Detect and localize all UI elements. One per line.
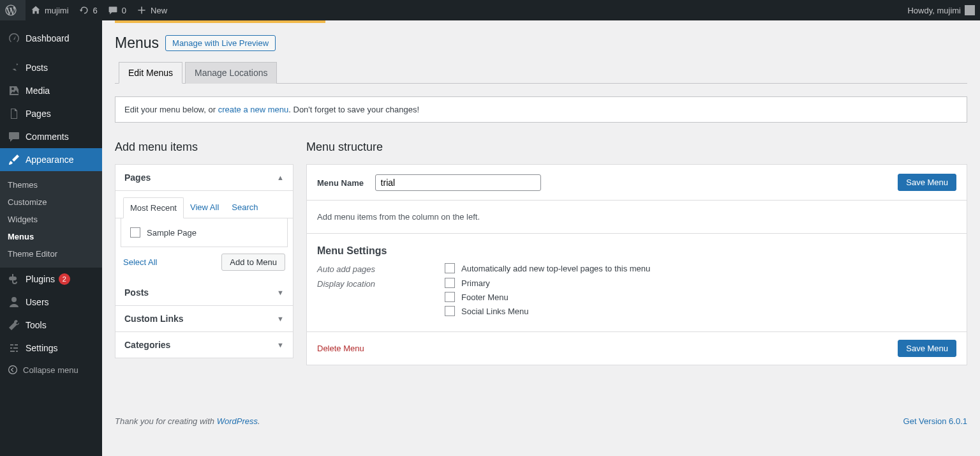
sidebar-label: Users <box>26 297 49 307</box>
sidebar-label: Dashboard <box>26 33 70 43</box>
notice-text-pre: Edit your menu below, or <box>124 105 218 114</box>
loc-primary-checkbox[interactable] <box>445 278 455 288</box>
subtab-search[interactable]: Search <box>225 197 264 218</box>
tools-icon <box>8 319 20 331</box>
sidebar-label: Media <box>26 86 50 96</box>
acc-custom-links-header[interactable]: Custom Links ▼ <box>115 305 293 331</box>
appearance-submenu: Themes Customize Widgets Menus Theme Edi… <box>0 171 102 268</box>
admin-sidebar: Dashboard Posts Media Pages Comments App… <box>0 20 102 456</box>
notice-text-post: . Don't forget to save your changes! <box>288 105 419 114</box>
sidebar-item-dashboard[interactable]: Dashboard <box>0 27 102 50</box>
acc-posts-header[interactable]: Posts ▼ <box>115 280 293 305</box>
comments-link[interactable]: 0 <box>103 0 131 20</box>
new-link[interactable]: New <box>131 0 172 20</box>
sidebar-item-plugins[interactable]: Plugins 2 <box>0 268 102 291</box>
brush-icon <box>8 153 20 166</box>
auto-add-label: Auto add pages <box>317 263 445 274</box>
plugin-icon <box>8 273 20 285</box>
settings-icon <box>8 342 20 354</box>
menu-edit-box: Menu Name Save Menu Add menu items from … <box>306 164 967 365</box>
plugin-badge: 2 <box>59 273 70 285</box>
submenu-menus[interactable]: Menus <box>0 228 102 245</box>
updates-count: 6 <box>93 6 98 15</box>
sample-page-checkbox[interactable] <box>130 227 140 238</box>
sidebar-item-pages[interactable]: Pages <box>0 102 102 125</box>
accordion-pages: Pages ▲ Most Recent View All Search Samp… <box>115 164 293 358</box>
chevron-down-icon: ▼ <box>277 289 284 296</box>
sidebar-label: Comments <box>26 132 69 142</box>
dashboard-icon <box>8 32 20 45</box>
plus-icon <box>137 5 147 15</box>
loc-footer-checkbox[interactable] <box>445 292 455 302</box>
footer-thanks: Thank you for creating with <box>115 416 217 426</box>
save-menu-button-bottom[interactable]: Save Menu <box>898 340 956 357</box>
sidebar-label: Plugins <box>26 274 55 284</box>
sidebar-item-users[interactable]: Users <box>0 291 102 314</box>
loc-social-checkbox[interactable] <box>445 306 455 316</box>
create-new-menu-link[interactable]: create a new menu <box>218 105 289 114</box>
chevron-down-icon: ▼ <box>277 315 284 323</box>
main-content: Menus Manage with Live Preview Edit Menu… <box>102 0 980 432</box>
edit-notice: Edit your menu below, or create a new me… <box>115 96 967 123</box>
footer-version-link[interactable]: Get Version 6.0.1 <box>903 416 967 426</box>
tab-manage-locations[interactable]: Manage Locations <box>185 62 277 84</box>
sidebar-item-tools[interactable]: Tools <box>0 314 102 337</box>
updates-link[interactable]: 6 <box>74 0 103 20</box>
svg-point-0 <box>9 366 17 374</box>
collapse-icon <box>8 365 18 375</box>
acc-pages-label: Pages <box>124 172 151 183</box>
site-name-link[interactable]: mujimi <box>26 0 74 20</box>
add-items-heading: Add menu items <box>115 141 293 154</box>
live-preview-button[interactable]: Manage with Live Preview <box>165 35 276 51</box>
acc-categories-header[interactable]: Categories ▼ <box>115 331 293 358</box>
menu-name-input[interactable] <box>375 174 541 191</box>
select-all-link[interactable]: Select All <box>123 257 157 267</box>
chevron-up-icon: ▲ <box>277 174 284 181</box>
add-to-menu-button[interactable]: Add to Menu <box>221 254 285 271</box>
subtab-view-all[interactable]: View All <box>184 197 225 218</box>
media-icon <box>8 84 20 97</box>
loc-primary-text: Primary <box>461 278 490 288</box>
sample-page-label: Sample Page <box>147 228 197 238</box>
tab-edit-menus[interactable]: Edit Menus <box>119 62 182 84</box>
sidebar-label: Pages <box>26 109 51 119</box>
avatar <box>965 5 975 15</box>
sidebar-label: Tools <box>26 320 47 330</box>
new-label: New <box>151 6 167 15</box>
collapse-label: Collapse menu <box>23 365 78 375</box>
collapse-menu[interactable]: Collapse menu <box>0 360 102 380</box>
page-icon <box>8 107 20 120</box>
auto-add-text: Automatically add new top-level pages to… <box>461 264 650 273</box>
loc-footer-text: Footer Menu <box>461 293 509 302</box>
delete-menu-link[interactable]: Delete Menu <box>317 344 364 353</box>
submenu-theme-editor[interactable]: Theme Editor <box>0 245 102 262</box>
sidebar-item-media[interactable]: Media <box>0 79 102 102</box>
sidebar-item-comments[interactable]: Comments <box>0 125 102 148</box>
menu-name-label: Menu Name <box>317 178 364 188</box>
submenu-customize[interactable]: Customize <box>0 194 102 211</box>
acc-pages-header[interactable]: Pages ▲ <box>115 165 293 191</box>
sidebar-item-settings[interactable]: Settings <box>0 337 102 360</box>
acc-posts-label: Posts <box>124 287 149 298</box>
page-title: Menus <box>115 34 159 52</box>
home-icon <box>31 5 41 15</box>
comment-icon <box>8 130 20 143</box>
subtab-most-recent[interactable]: Most Recent <box>123 197 184 218</box>
comments-count: 0 <box>122 6 126 15</box>
auto-add-checkbox[interactable] <box>445 263 455 273</box>
acc-categories-label: Categories <box>124 340 170 350</box>
save-menu-button-top[interactable]: Save Menu <box>898 174 956 191</box>
footer-wp-link[interactable]: WordPress <box>217 416 258 426</box>
sidebar-label: Settings <box>26 343 58 353</box>
site-name-text: mujimi <box>45 6 69 15</box>
sidebar-item-appearance[interactable]: Appearance <box>0 148 102 171</box>
account-link[interactable]: Howdy, mujimi <box>902 0 980 20</box>
update-icon <box>79 5 89 15</box>
submenu-widgets[interactable]: Widgets <box>0 211 102 228</box>
sidebar-item-posts[interactable]: Posts <box>0 56 102 79</box>
wordpress-icon <box>5 4 17 16</box>
wp-logo[interactable] <box>0 0 26 20</box>
page-item-row: Sample Page <box>121 218 288 247</box>
loc-social-text: Social Links Menu <box>461 307 529 316</box>
submenu-themes[interactable]: Themes <box>0 176 102 194</box>
